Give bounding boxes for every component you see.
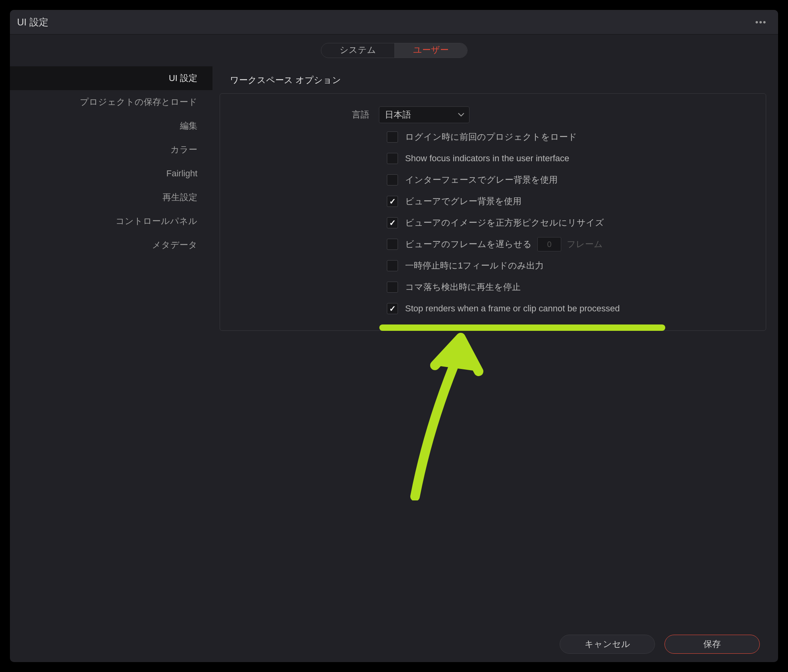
option-row: 一時停止時に1フィールドのみ出力 (220, 255, 766, 276)
window-title: UI 設定 (17, 16, 48, 29)
cancel-button[interactable]: キャンセル (560, 635, 655, 654)
tab-system[interactable]: システム (321, 43, 395, 58)
sidebar-item-editing[interactable]: 編集 (10, 114, 212, 138)
main-content: ワークスペース オプション 言語 日本語 ログイン時に前回のプロジェクトをロード… (212, 66, 778, 626)
sidebar: UI 設定 プロジェクトの保存とロード 編集 カラー Fairlight 再生設… (10, 66, 212, 626)
checkbox-stop-playback-dropped[interactable] (387, 282, 398, 293)
option-row: コマ落ち検出時に再生を停止 (220, 276, 766, 298)
settings-window: UI 設定 ••• システム ユーザー UI 設定 プロジェクトの保存とロード … (10, 10, 778, 662)
body: UI 設定 プロジェクトの保存とロード 編集 カラー Fairlight 再生設… (10, 66, 778, 626)
checkbox-stop-renders[interactable] (387, 303, 398, 314)
checkbox-load-last-project[interactable] (387, 131, 398, 143)
sidebar-item-metadata[interactable]: メタデータ (10, 233, 212, 257)
sidebar-item-ui-settings[interactable]: UI 設定 (10, 66, 212, 90)
footer: キャンセル 保存 (10, 626, 778, 662)
save-button[interactable]: 保存 (664, 635, 760, 654)
segmented-control: システム ユーザー (321, 43, 467, 58)
titlebar: UI 設定 ••• (10, 10, 778, 35)
option-label: インターフェースでグレー背景を使用 (405, 174, 558, 186)
workspace-options-panel: 言語 日本語 ログイン時に前回のプロジェクトをロード Show focus in… (220, 93, 766, 331)
option-row: Show focus indicators in the user interf… (220, 148, 766, 169)
option-row: ビューアでグレー背景を使用 (220, 191, 766, 212)
option-row: インターフェースでグレー背景を使用 (220, 169, 766, 191)
sidebar-item-fairlight[interactable]: Fairlight (10, 162, 212, 185)
checkbox-focus-indicators[interactable] (387, 153, 398, 164)
tab-strip: システム ユーザー (10, 35, 778, 66)
option-label: Stop renders when a frame or clip cannot… (405, 303, 620, 314)
checkbox-square-pixel-resize[interactable] (387, 217, 398, 228)
option-label: コマ落ち検出時に再生を停止 (405, 281, 521, 293)
option-label: ビューアでグレー背景を使用 (405, 195, 521, 207)
checkbox-output-single-field[interactable] (387, 260, 398, 271)
sidebar-item-control-panel[interactable]: コントロールパネル (10, 209, 212, 233)
frames-unit: フレーム (567, 238, 603, 250)
language-row: 言語 日本語 (220, 103, 766, 126)
chevron-down-icon (458, 113, 464, 117)
checkbox-delay-viewer-frames[interactable] (387, 239, 398, 250)
checkbox-gray-bg-interface[interactable] (387, 174, 398, 185)
language-label: 言語 (352, 109, 369, 121)
option-row: ログイン時に前回のプロジェクトをロード (220, 126, 766, 148)
section-title: ワークスペース オプション (212, 72, 778, 93)
more-menu-button[interactable]: ••• (751, 14, 771, 30)
option-label: 一時停止時に1フィールドのみ出力 (405, 260, 544, 272)
language-value: 日本語 (385, 109, 411, 121)
option-label: ビューアのイメージを正方形ピクセルにリサイズ (405, 217, 604, 229)
sidebar-item-color[interactable]: カラー (10, 138, 212, 162)
language-select[interactable]: 日本語 (379, 106, 469, 123)
sidebar-item-project-save-load[interactable]: プロジェクトの保存とロード (10, 90, 212, 114)
sidebar-item-playback[interactable]: 再生設定 (10, 185, 212, 209)
checkbox-gray-bg-viewer[interactable] (387, 196, 398, 207)
option-label: ログイン時に前回のプロジェクトをロード (405, 131, 577, 143)
option-row: Stop renders when a frame or clip cannot… (220, 298, 766, 319)
option-label: ビューアのフレームを遅らせる (405, 238, 532, 250)
option-row: ビューアのイメージを正方形ピクセルにリサイズ (220, 212, 766, 234)
delay-frames-input[interactable] (537, 237, 561, 251)
option-label: Show focus indicators in the user interf… (405, 153, 569, 164)
tab-user[interactable]: ユーザー (395, 43, 467, 58)
option-row: ビューアのフレームを遅らせる フレーム (220, 234, 766, 255)
